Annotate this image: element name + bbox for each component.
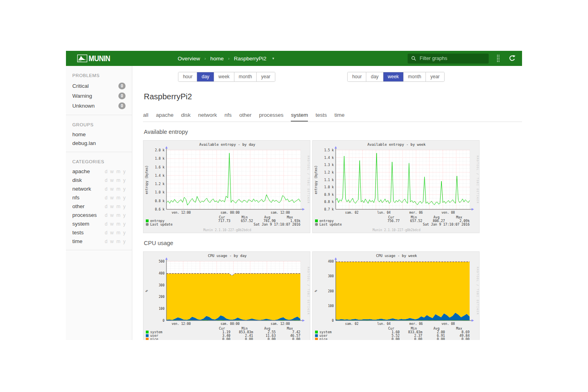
screenshot-stage: { "header": { "logo_text": "MUNIN", "bre… bbox=[0, 0, 588, 392]
period-link-w[interactable]: w bbox=[110, 230, 114, 236]
topbar-actions bbox=[408, 54, 516, 64]
svg-text:0.00: 0.00 bbox=[462, 337, 470, 340]
period-link-d[interactable]: d bbox=[105, 195, 108, 201]
svg-text:300: 300 bbox=[159, 284, 165, 287]
period-link-m[interactable]: m bbox=[116, 230, 120, 236]
range-button-day[interactable]: day bbox=[366, 72, 383, 81]
sidebar-category-processes[interactable]: processesdwmy bbox=[66, 211, 132, 220]
period-links: dwmy bbox=[105, 178, 126, 183]
period-link-y[interactable]: y bbox=[123, 195, 126, 201]
tab-tests[interactable]: tests bbox=[315, 112, 327, 122]
period-link-d[interactable]: d bbox=[105, 178, 108, 183]
tab-system[interactable]: system bbox=[291, 112, 308, 122]
period-link-d[interactable]: d bbox=[105, 239, 108, 244]
period-link-y[interactable]: y bbox=[123, 204, 126, 209]
sidebar-group-debug-lan[interactable]: debug.lan bbox=[66, 139, 132, 148]
tab-time[interactable]: time bbox=[335, 112, 345, 122]
tab-apache[interactable]: apache bbox=[156, 112, 174, 122]
period-link-w[interactable]: w bbox=[110, 169, 114, 174]
period-link-m[interactable]: m bbox=[116, 239, 120, 244]
range-button-year[interactable]: year bbox=[426, 72, 444, 81]
sidebar-category-disk[interactable]: diskdwmy bbox=[66, 176, 132, 185]
filter-graphs-input[interactable] bbox=[419, 55, 485, 62]
range-button-month[interactable]: month bbox=[234, 72, 256, 81]
period-link-d[interactable]: d bbox=[105, 204, 108, 209]
period-link-m[interactable]: m bbox=[116, 221, 120, 227]
period-link-m[interactable]: m bbox=[116, 178, 120, 183]
sidebar-category-tests[interactable]: testsdwmy bbox=[66, 228, 132, 237]
period-link-d[interactable]: d bbox=[105, 212, 108, 218]
sidebar-category-time[interactable]: timedwmy bbox=[66, 237, 132, 246]
svg-text:657.52: 657.52 bbox=[410, 219, 422, 223]
period-link-d[interactable]: d bbox=[105, 230, 108, 236]
sidebar-item-warning[interactable]: Warning0 bbox=[66, 91, 132, 101]
period-link-y[interactable]: y bbox=[123, 186, 126, 192]
period-link-y[interactable]: y bbox=[123, 178, 126, 183]
period-link-d[interactable]: d bbox=[105, 221, 108, 227]
sidebar-item-unknown[interactable]: Unknown0 bbox=[66, 101, 132, 111]
sidebar-item-label: apache bbox=[72, 169, 90, 174]
tab-all[interactable]: all bbox=[143, 112, 149, 122]
sidebar-category-apache[interactable]: apachedwmy bbox=[66, 167, 132, 176]
period-link-y[interactable]: y bbox=[123, 239, 126, 244]
range-button-year[interactable]: year bbox=[256, 72, 275, 81]
period-link-w[interactable]: w bbox=[110, 204, 114, 209]
sidebar-category-network[interactable]: networkdwmy bbox=[66, 185, 132, 193]
range-button-week[interactable]: week bbox=[383, 72, 403, 81]
apps-grid-icon[interactable] bbox=[497, 54, 501, 62]
breadcrumb-item-raspberrypi2[interactable]: RaspberryPi2 bbox=[234, 56, 267, 62]
sidebar-category-system[interactable]: systemdwmy bbox=[66, 220, 132, 228]
svg-text:RRDTOOL / TOBI OETIKER: RRDTOOL / TOBI OETIKER bbox=[307, 156, 310, 204]
svg-text:100: 100 bbox=[328, 304, 334, 308]
tab-nfs[interactable]: nfs bbox=[224, 112, 232, 122]
period-link-m[interactable]: m bbox=[116, 212, 120, 218]
period-link-m[interactable]: m bbox=[116, 186, 120, 192]
period-link-y[interactable]: y bbox=[123, 212, 126, 218]
sidebar-category-other[interactable]: otherdwmy bbox=[66, 202, 132, 211]
svg-text:sam. 00:00: sam. 00:00 bbox=[220, 322, 240, 326]
period-link-d[interactable]: d bbox=[105, 169, 108, 174]
munin-logo[interactable]: MUNIN bbox=[77, 54, 115, 63]
period-link-m[interactable]: m bbox=[116, 204, 120, 209]
period-link-m[interactable]: m bbox=[116, 169, 120, 174]
sidebar-category-nfs[interactable]: nfsdwmy bbox=[66, 193, 132, 202]
period-link-w[interactable]: w bbox=[110, 221, 114, 227]
tab-processes[interactable]: processes bbox=[259, 112, 284, 122]
tab-other[interactable]: other bbox=[239, 112, 251, 122]
period-link-y[interactable]: y bbox=[123, 221, 126, 227]
period-link-w[interactable]: w bbox=[110, 186, 114, 192]
period-link-y[interactable]: y bbox=[123, 169, 126, 174]
range-button-day[interactable]: day bbox=[197, 72, 213, 81]
svg-text:500: 500 bbox=[159, 260, 165, 263]
graph-cpu-usage-by-week[interactable]: CPU usage - by week0100200300400sam. 02l… bbox=[312, 251, 480, 340]
tab-network[interactable]: network bbox=[198, 112, 217, 122]
range-button-hour[interactable]: hour bbox=[178, 72, 197, 81]
tab-disk[interactable]: disk bbox=[181, 112, 191, 122]
sidebar-item-critical[interactable]: Critical0 bbox=[66, 81, 132, 91]
svg-text:200: 200 bbox=[159, 295, 165, 299]
graph-available-entropy-by-day[interactable]: Available entropy - by day0.6 k0.8 k1.0 … bbox=[143, 140, 310, 233]
period-link-w[interactable]: w bbox=[110, 195, 114, 201]
range-button-week[interactable]: week bbox=[214, 72, 234, 81]
period-link-w[interactable]: w bbox=[110, 178, 114, 183]
sidebar-group-home[interactable]: home bbox=[66, 130, 132, 139]
period-links: dwmy bbox=[105, 230, 126, 236]
svg-text:entropy (bytes): entropy (bytes) bbox=[145, 165, 149, 194]
refresh-icon[interactable] bbox=[509, 55, 516, 62]
chevron-down-icon: ▾ bbox=[273, 56, 275, 60]
period-link-d[interactable]: d bbox=[105, 186, 108, 192]
period-link-w[interactable]: w bbox=[110, 212, 114, 218]
period-link-y[interactable]: y bbox=[123, 230, 126, 236]
svg-text:0.00: 0.00 bbox=[222, 337, 230, 340]
range-button-hour[interactable]: hour bbox=[348, 72, 366, 81]
filter-graphs-searchbox[interactable] bbox=[408, 54, 489, 64]
graph-cpu-usage-by-day[interactable]: CPU usage - by day0100200300400500ven. 1… bbox=[143, 251, 310, 340]
breadcrumb-item-home[interactable]: home bbox=[210, 56, 224, 62]
breadcrumb-item-overview[interactable]: Overview bbox=[178, 56, 200, 62]
period-link-w[interactable]: w bbox=[110, 239, 114, 244]
graph-available-entropy-by-week[interactable]: Available entropy - by week0.7 k0.8 k0.9… bbox=[312, 140, 480, 233]
range-button-month[interactable]: month bbox=[403, 72, 426, 81]
period-link-m[interactable]: m bbox=[116, 195, 120, 201]
svg-text:0.00: 0.00 bbox=[268, 337, 276, 340]
count-badge: 0 bbox=[118, 83, 126, 89]
